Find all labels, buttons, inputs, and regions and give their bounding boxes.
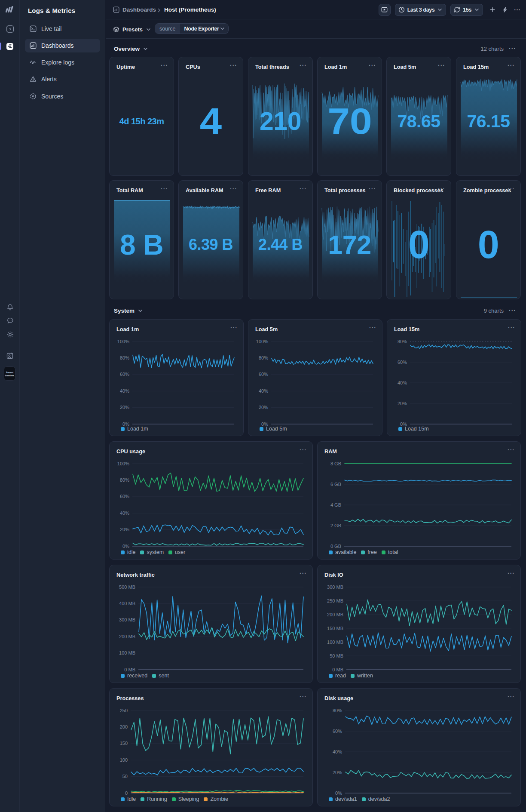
svg-text:40%: 40% bbox=[120, 511, 129, 516]
svg-text:150: 150 bbox=[120, 741, 128, 746]
svg-text:0 MB: 0 MB bbox=[124, 667, 135, 672]
svg-text:500 MB: 500 MB bbox=[119, 584, 135, 590]
svg-text:100 MB: 100 MB bbox=[119, 650, 135, 655]
svg-text:60%: 60% bbox=[259, 372, 268, 377]
svg-text:0%: 0% bbox=[335, 790, 342, 796]
svg-text:80%: 80% bbox=[398, 339, 407, 344]
svg-text:250 MB: 250 MB bbox=[327, 598, 343, 603]
svg-text:60%: 60% bbox=[120, 372, 129, 377]
svg-text:300 MB: 300 MB bbox=[119, 617, 135, 622]
svg-text:0 MB: 0 MB bbox=[332, 667, 343, 672]
svg-text:20%: 20% bbox=[259, 405, 268, 410]
svg-text:100 MB: 100 MB bbox=[327, 640, 343, 645]
svg-text:80%: 80% bbox=[120, 355, 129, 360]
svg-text:0: 0 bbox=[125, 790, 128, 796]
svg-text:60%: 60% bbox=[120, 494, 129, 499]
svg-text:0%: 0% bbox=[122, 544, 129, 549]
svg-text:300 MB: 300 MB bbox=[327, 584, 343, 590]
svg-text:40%: 40% bbox=[259, 388, 268, 394]
svg-text:80%: 80% bbox=[120, 477, 129, 483]
svg-text:250: 250 bbox=[120, 708, 128, 713]
svg-text:50 MB: 50 MB bbox=[330, 653, 343, 658]
svg-text:2 GB: 2 GB bbox=[330, 523, 341, 528]
svg-text:20%: 20% bbox=[333, 770, 342, 775]
svg-text:20%: 20% bbox=[398, 401, 407, 406]
svg-text:40%: 40% bbox=[120, 388, 129, 394]
svg-text:200: 200 bbox=[120, 724, 128, 729]
svg-text:100: 100 bbox=[120, 757, 128, 763]
svg-text:100%: 100% bbox=[117, 461, 129, 466]
svg-text:200 MB: 200 MB bbox=[119, 634, 135, 639]
svg-text:4 GB: 4 GB bbox=[330, 502, 341, 508]
svg-text:20%: 20% bbox=[120, 527, 129, 532]
svg-text:400 MB: 400 MB bbox=[119, 601, 135, 606]
svg-text:80%: 80% bbox=[259, 355, 268, 360]
svg-text:80%: 80% bbox=[333, 708, 342, 713]
svg-text:150 MB: 150 MB bbox=[327, 626, 343, 631]
svg-text:20%: 20% bbox=[120, 405, 129, 410]
svg-text:8 GB: 8 GB bbox=[330, 461, 341, 466]
svg-text:6 GB: 6 GB bbox=[330, 482, 341, 487]
svg-text:0 GB: 0 GB bbox=[330, 544, 341, 549]
svg-text:100%: 100% bbox=[256, 339, 268, 344]
svg-text:60%: 60% bbox=[398, 360, 407, 365]
svg-text:100%: 100% bbox=[117, 339, 129, 344]
svg-text:60%: 60% bbox=[333, 729, 342, 734]
svg-text:40%: 40% bbox=[398, 380, 407, 385]
svg-text:200 MB: 200 MB bbox=[327, 612, 343, 617]
svg-text:40%: 40% bbox=[333, 749, 342, 754]
svg-text:50: 50 bbox=[122, 774, 128, 779]
